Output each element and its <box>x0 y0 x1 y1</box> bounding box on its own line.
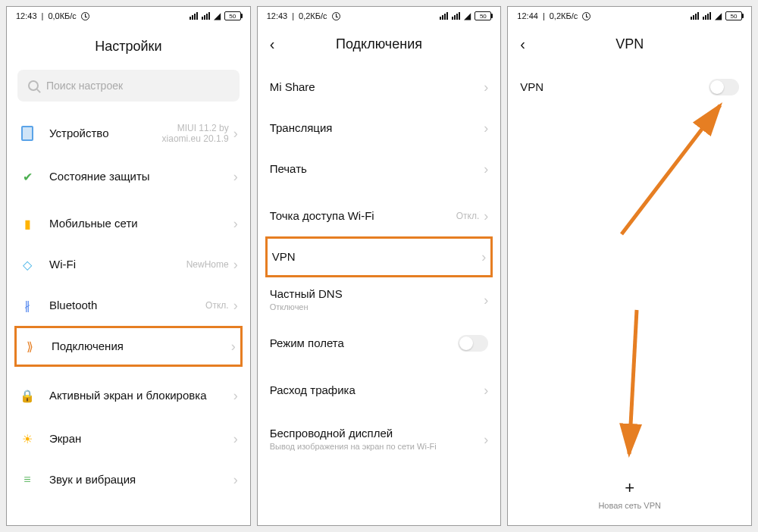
row-wireless-display[interactable]: Беспроводной дисплей Вывод изображения н… <box>258 417 501 462</box>
device-icon <box>19 125 36 142</box>
row-data-usage[interactable]: Расход трафика › <box>258 370 501 411</box>
screen-connections: 12:43 | 0,2КБ/с ◢ 50 ‹ Подключения Mi Sh… <box>257 6 502 526</box>
page-title: Подключения <box>287 36 472 52</box>
chevron-right-icon: › <box>481 249 486 265</box>
chevron-right-icon: › <box>231 339 236 355</box>
chevron-right-icon: › <box>233 126 238 142</box>
row-value: Откл. <box>205 300 229 311</box>
connections-icon: ⟫ <box>21 338 38 355</box>
svg-line-0 <box>622 105 720 234</box>
row-wifi[interactable]: ◇ Wi-Fi NewHome › <box>7 244 250 285</box>
signal-icon <box>202 12 210 20</box>
row-device[interactable]: Устройство MIUI 11.2 by xiaomi.eu 20.1.9… <box>7 111 250 156</box>
row-display[interactable]: ☀ Экран › <box>7 418 250 459</box>
chevron-right-icon: › <box>484 120 488 136</box>
back-button[interactable]: ‹ <box>520 36 537 53</box>
wifi-icon: ◢ <box>214 11 221 21</box>
wifi-icon: ◢ <box>715 11 722 21</box>
row-label: VPN <box>520 80 709 94</box>
row-sound[interactable]: ≡ Звук и вибрация › <box>7 459 250 500</box>
row-label: Точка доступа Wi-Fi <box>270 209 456 223</box>
alarm-icon <box>582 12 590 20</box>
status-bar: 12:43 | 0,0КБ/с ◢ 50 <box>7 7 250 25</box>
status-time: 12:43 <box>16 11 37 20</box>
row-active-screen[interactable]: 🔒 Активный экран и блокировка › <box>7 373 250 418</box>
chevron-right-icon: › <box>484 383 488 399</box>
sun-icon: ☀ <box>19 430 36 447</box>
row-label: Расход трафика <box>270 383 484 397</box>
row-vpn[interactable]: VPN › <box>265 236 493 277</box>
row-connections[interactable]: ⟫ Подключения › <box>14 326 243 367</box>
vpn-toggle[interactable] <box>709 79 739 95</box>
row-security[interactable]: ✔ Состояние защиты › <box>7 156 250 197</box>
chevron-right-icon: › <box>484 293 488 308</box>
wifi-icon: ◇ <box>19 256 36 273</box>
svg-line-1 <box>629 310 637 454</box>
row-print[interactable]: Печать › <box>258 149 501 189</box>
row-hotspot[interactable]: Точка доступа Wi-Fi Откл. › <box>258 196 501 236</box>
status-bar: 12:44 | 0,2КБ/с ◢ 50 <box>508 7 751 25</box>
row-label: Устройство <box>49 127 161 140</box>
chevron-right-icon: › <box>484 432 488 448</box>
row-vpn-master[interactable]: VPN <box>508 67 751 108</box>
bluetooth-icon: ∦ <box>19 297 36 314</box>
status-time: 12:44 <box>517 11 538 20</box>
signal-icon <box>703 12 711 20</box>
row-mi-share[interactable]: Mi Share › <box>258 67 501 108</box>
search-input[interactable]: Поиск настроек <box>17 70 240 102</box>
row-label: Трансляция <box>270 121 484 135</box>
shield-icon: ✔ <box>19 168 36 185</box>
chevron-right-icon: › <box>233 388 238 404</box>
signal-icon <box>190 12 198 20</box>
status-bar: 12:43 | 0,2КБ/с ◢ 50 <box>258 7 501 25</box>
title-bar: ‹ Подключения <box>258 25 501 67</box>
search-icon <box>28 80 39 91</box>
sound-icon: ≡ <box>19 471 36 488</box>
row-label: Состояние защиты <box>49 170 233 183</box>
row-private-dns[interactable]: Частный DNS Отключен › <box>258 277 501 323</box>
row-label: Беспроводной дисплей Вывод изображения н… <box>270 427 484 452</box>
page-title: VPN <box>537 36 722 52</box>
row-label: Мобильные сети <box>49 217 233 230</box>
chevron-right-icon: › <box>233 298 238 314</box>
battery-icon: 50 <box>475 11 491 20</box>
row-mobile[interactable]: ▮ Мобильные сети › <box>7 203 250 244</box>
wifi-icon: ◢ <box>464 11 471 21</box>
row-label: Частный DNS Отключен <box>270 287 484 312</box>
search-placeholder: Поиск настроек <box>46 80 123 92</box>
row-label: VPN <box>272 250 482 264</box>
chevron-right-icon: › <box>484 80 488 95</box>
row-value: NewHome <box>186 259 229 270</box>
plus-icon: + <box>508 478 751 498</box>
alarm-icon <box>81 12 89 20</box>
add-vpn-label: Новая сеть VPN <box>508 501 751 510</box>
row-label: Подключения <box>52 340 231 353</box>
airplane-toggle[interactable] <box>458 335 488 352</box>
sim-icon: ▮ <box>19 215 36 232</box>
battery-icon: 50 <box>725 11 742 20</box>
screen-settings: 12:43 | 0,0КБ/с ◢ 50 Настройки Поиск нас… <box>6 6 251 526</box>
chevron-right-icon: › <box>233 257 238 273</box>
back-button[interactable]: ‹ <box>270 36 287 53</box>
page-title: Настройки <box>7 25 250 70</box>
add-vpn-button[interactable]: + Новая сеть VPN <box>508 478 751 510</box>
row-label: Звук и вибрация <box>49 473 233 487</box>
chevron-right-icon: › <box>233 431 238 447</box>
signal-icon <box>440 12 448 20</box>
title-bar: ‹ VPN <box>508 25 751 67</box>
annotation-arrow <box>606 98 735 252</box>
row-label: Bluetooth <box>49 299 205 312</box>
status-time: 12:43 <box>267 11 288 20</box>
row-label: Активный экран и блокировка <box>49 389 233 402</box>
chevron-right-icon: › <box>233 216 238 232</box>
status-speed: 0,2КБ/с <box>299 11 327 20</box>
row-airplane[interactable]: Режим полета <box>258 323 501 364</box>
row-cast[interactable]: Трансляция › <box>258 108 501 149</box>
row-bluetooth[interactable]: ∦ Bluetooth Откл. › <box>7 285 250 326</box>
chevron-right-icon: › <box>233 169 238 185</box>
row-value: MIUI 11.2 by xiaomi.eu 20.1.9 <box>161 123 229 145</box>
chevron-right-icon: › <box>484 161 488 177</box>
row-label: Режим полета <box>270 336 459 350</box>
row-value: Откл. <box>456 211 480 221</box>
row-label: Wi-Fi <box>49 258 186 271</box>
